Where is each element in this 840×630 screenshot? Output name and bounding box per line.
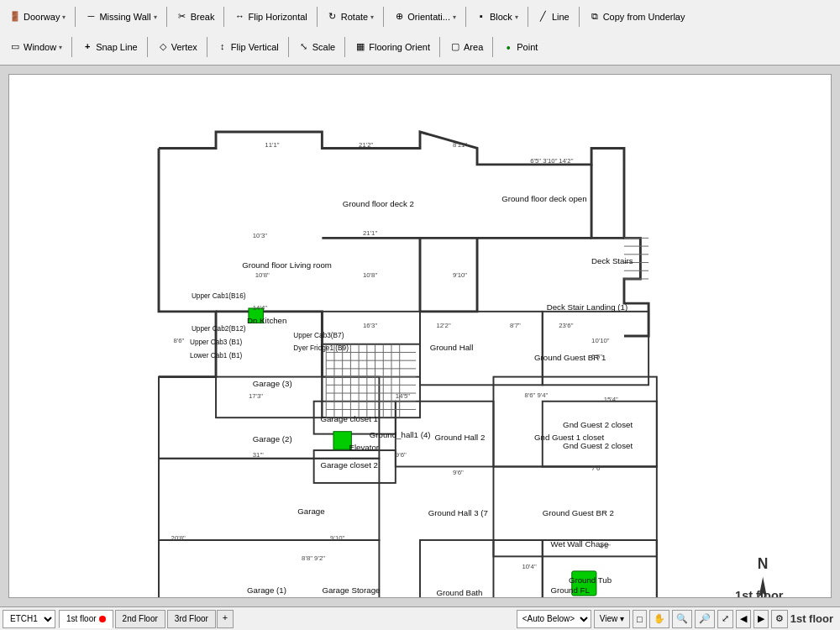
svg-text:Upper Cab2(B12): Upper Cab2(B12) bbox=[192, 325, 246, 333]
doorway-button[interactable]: Doorway ▾ bbox=[3, 5, 71, 29]
floor-tab-1st[interactable]: 1st floor bbox=[59, 610, 113, 628]
svg-text:12'2": 12'2" bbox=[436, 322, 450, 329]
block-icon bbox=[475, 11, 487, 23]
separator-15 bbox=[492, 37, 493, 57]
svg-text:Ground Guest BR 2: Ground Guest BR 2 bbox=[543, 508, 614, 517]
flooring-icon bbox=[354, 41, 366, 53]
floor-plan: N Ground floor deck 2 Ground floor deck … bbox=[8, 74, 832, 598]
floor-tab-3rd[interactable]: 3rd Floor bbox=[167, 610, 216, 628]
vertex-button[interactable]: Vertex bbox=[151, 35, 203, 59]
separator-12 bbox=[288, 37, 289, 57]
svg-text:10'3": 10'3" bbox=[253, 232, 267, 239]
svg-text:Ground_hall1  (4): Ground_hall1 (4) bbox=[370, 430, 431, 439]
bottom-bar: ETCH1 1st floor 2nd Floor 3rd Floor + <A… bbox=[0, 606, 840, 630]
svg-text:Ground Bath: Ground Bath bbox=[436, 588, 482, 597]
svg-text:21'1": 21'1" bbox=[363, 229, 377, 237]
add-floor-tab[interactable]: + bbox=[217, 610, 234, 628]
orientation-icon bbox=[393, 11, 405, 23]
point-button[interactable]: Point bbox=[496, 35, 543, 59]
svg-text:17'3": 17'3" bbox=[249, 392, 263, 400]
flip-h-icon bbox=[234, 11, 245, 23]
svg-text:Ground Hall 3  (7: Ground Hall 3 (7 bbox=[428, 508, 488, 517]
break-button[interactable]: Break bbox=[171, 5, 221, 29]
view-arrow: ▾ bbox=[620, 614, 624, 623]
block-button[interactable]: Block ▾ bbox=[470, 5, 524, 29]
copy-underlay-button[interactable]: Copy from Underlay bbox=[583, 5, 691, 29]
svg-text:Upper Cab3 (B1): Upper Cab3 (B1) bbox=[190, 339, 243, 346]
toolbar-row-2: Window ▾ Snap Line Vertex Flip Vertical … bbox=[3, 32, 837, 62]
window-icon bbox=[9, 41, 21, 53]
svg-text:16'3": 16'3" bbox=[363, 322, 377, 329]
pan-btn[interactable]: ✋ bbox=[649, 610, 669, 628]
svg-text:Ground floor deck 2: Ground floor deck 2 bbox=[343, 199, 414, 208]
sketch-select[interactable]: ETCH1 bbox=[3, 610, 55, 628]
zoom-out-btn[interactable]: 🔎 bbox=[695, 610, 715, 628]
svg-text:Ground Tub: Ground Tub bbox=[569, 575, 612, 585]
view-button[interactable]: View ▾ bbox=[594, 610, 630, 628]
rotate-button[interactable]: Rotate ▾ bbox=[321, 5, 380, 29]
forward-btn[interactable]: ▶ bbox=[753, 610, 769, 628]
toolbar: Doorway ▾ Missing Wall ▾ Break Flip Hori… bbox=[0, 0, 840, 66]
window-button[interactable]: Window ▾ bbox=[3, 35, 68, 59]
svg-rect-4 bbox=[322, 344, 420, 417]
svg-text:Garage closet 2: Garage closet 2 bbox=[320, 460, 378, 470]
missing-wall-arrow: ▾ bbox=[154, 13, 157, 21]
svg-text:10'10": 10'10" bbox=[591, 337, 610, 344]
zoom-fit-btn[interactable]: ⤢ bbox=[717, 610, 733, 628]
svg-text:8'6": 8'6" bbox=[173, 337, 184, 344]
line-icon bbox=[538, 11, 549, 23]
svg-text:14'5": 14'5" bbox=[396, 392, 410, 400]
svg-text:9'6": 9'6" bbox=[396, 451, 407, 459]
svg-text:20'8": 20'8" bbox=[171, 534, 186, 542]
scale-button[interactable]: Scale bbox=[292, 35, 342, 59]
svg-text:9'10": 9'10" bbox=[330, 534, 344, 542]
svg-text:Garage closet 1: Garage closet 1 bbox=[320, 414, 378, 423]
rotate-arrow: ▾ bbox=[370, 13, 374, 21]
svg-text:1st floor: 1st floor bbox=[735, 589, 784, 597]
svg-text:11'1": 11'1" bbox=[265, 141, 279, 149]
line-button[interactable]: Line bbox=[532, 5, 575, 29]
flip-h-button[interactable]: Flip Horizontal bbox=[228, 5, 312, 29]
svg-text:8'8"  9'2": 8'8" 9'2" bbox=[302, 554, 325, 562]
svg-text:7'6": 7'6" bbox=[591, 465, 602, 472]
missing-wall-button[interactable]: Missing Wall ▾ bbox=[79, 5, 162, 29]
toolbar-row-1: Doorway ▾ Missing Wall ▾ Break Flip Hori… bbox=[3, 2, 837, 32]
svg-text:31'": 31'" bbox=[253, 451, 264, 459]
flooring-button[interactable]: Flooring Orient bbox=[349, 35, 436, 59]
separator-3 bbox=[223, 7, 224, 27]
svg-text:Ground floor Living room: Ground floor Living room bbox=[242, 260, 332, 270]
snap-line-button[interactable]: Snap Line bbox=[76, 35, 144, 59]
svg-text:Dn Kitchen: Dn Kitchen bbox=[247, 316, 286, 325]
separator-11 bbox=[207, 37, 207, 57]
svg-text:Lower Cab1 (B1): Lower Cab1 (B1) bbox=[190, 352, 243, 360]
wall-icon bbox=[85, 11, 97, 23]
svg-text:9'10": 9'10" bbox=[453, 271, 467, 279]
area-button[interactable]: Area bbox=[444, 35, 489, 59]
scale-icon bbox=[298, 41, 310, 53]
separator-6 bbox=[465, 7, 466, 27]
svg-text:21'2": 21'2" bbox=[359, 141, 373, 149]
main-area: N Ground floor deck 2 Ground floor deck … bbox=[0, 66, 840, 606]
flip-v-button[interactable]: Flip Vertical bbox=[211, 35, 285, 59]
svg-text:6'5"  3'10": 6'5" 3'10" bbox=[530, 157, 557, 165]
svg-text:Ground Hall: Ground Hall bbox=[430, 343, 474, 352]
svg-text:14'4": 14'4" bbox=[253, 304, 267, 312]
svg-text:Ground FL: Ground FL bbox=[551, 585, 591, 595]
svg-text:Deck Stair Landing  (1): Deck Stair Landing (1) bbox=[547, 302, 628, 312]
current-floor-label: 1st floor bbox=[790, 612, 833, 625]
orientation-button[interactable]: Orientati... ▾ bbox=[387, 5, 462, 29]
svg-text:Gnd Guest 2 closet: Gnd Guest 2 closet bbox=[563, 420, 633, 429]
red-dot-indicator bbox=[99, 616, 106, 622]
zoom-in-btn[interactable]: 🔍 bbox=[672, 610, 692, 628]
canvas-area[interactable]: N Ground floor deck 2 Ground floor deck … bbox=[0, 66, 840, 606]
separator-2 bbox=[166, 7, 167, 27]
separator-13 bbox=[344, 37, 345, 57]
svg-text:Garage  (1): Garage (1) bbox=[247, 585, 286, 595]
svg-text:10'8": 10'8" bbox=[363, 271, 377, 279]
auto-below-select[interactable]: <Auto Below> bbox=[517, 610, 591, 628]
separator-8 bbox=[579, 7, 580, 27]
rectangle-view-btn[interactable]: □ bbox=[633, 610, 647, 628]
settings-btn[interactable]: ⚙ bbox=[771, 610, 788, 628]
floor-tab-2nd[interactable]: 2nd Floor bbox=[115, 610, 165, 628]
back-btn[interactable]: ◀ bbox=[736, 610, 751, 628]
